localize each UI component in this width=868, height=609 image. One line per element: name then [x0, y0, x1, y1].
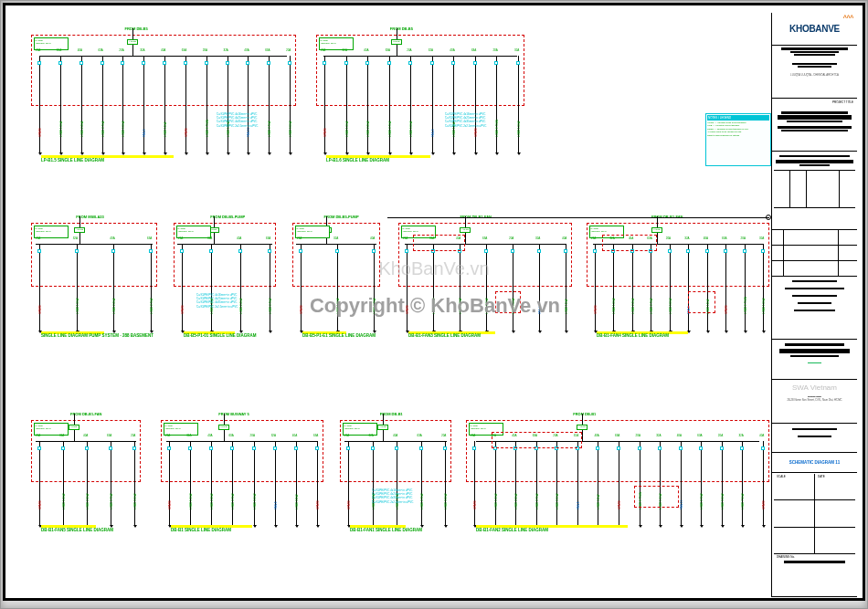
- feeder-label: LOAD 2.2kW: [373, 299, 376, 315]
- feeder-label: LOAD 2.2kW: [80, 121, 84, 137]
- panel-db-b5-p1-01: FROM DB-B5-PUMPMCCBRATED400/230V 50Hz20A…: [174, 223, 276, 287]
- feeder-label: LOAD 2.2kW: [631, 299, 635, 315]
- feeder-label: SPARE: [474, 128, 478, 137]
- source-label: FROM DB-B5: [125, 26, 148, 31]
- cable-notes: Cu/XLPE/PVC 4x16mm² in uPVCCu/XLPE/PVC 4…: [445, 112, 527, 128]
- panel-db-b5-p1-e1: FROM DB-B5-PUMPMCCBRATED400/230V 50Hz20A…: [292, 223, 380, 287]
- swa-logo-text: SWA Vietnam: [774, 381, 855, 394]
- feeder-label: LOAD 1.5kW: [76, 299, 79, 315]
- feeder-label: LOAD 11kW: [565, 299, 568, 315]
- feeder-label: LOAD 5.5kW: [409, 121, 413, 137]
- panel-lp-b1-5: FROM DB-B5MCCBRATED400/230V 50Hz20ASPARE…: [31, 35, 296, 106]
- feeder-label: SPARE: [168, 500, 172, 509]
- feeder-label: LOAD 5.5kW: [122, 121, 125, 137]
- drawing-sheet: NOTES / LEGEND MCCB — Moulded Case Circu…: [3, 3, 865, 601]
- title-block: KHOBANVE ^^^ LUUQTA LUUQTA - CHENOAL ARC…: [771, 13, 857, 597]
- feeder-label: SPARE: [38, 500, 42, 509]
- feeder-label: FAN-11: [247, 128, 250, 137]
- panel-db-b1: FROM BUSWAY 5MCCBRATED400/230V 50Hz20ASP…: [161, 420, 323, 482]
- panel-pump-288: FROM MSB-A23MCCBRATED400/230V 50Hz20ASPA…: [31, 223, 157, 287]
- feeder-label: SPARE: [300, 305, 303, 314]
- feeder-label: LOAD 2.2kW: [514, 493, 518, 509]
- feeder-label: LOAD 3.7kW: [150, 299, 153, 315]
- feeder-label: LOAD 5.5kW: [721, 493, 725, 509]
- feeder-label: LOAD 2.2kW: [366, 121, 370, 137]
- cad-viewer[interactable]: NOTES / LEGEND MCCB — Moulded Case Circu…: [0, 0, 868, 609]
- panel-db-b1-fan2: FROM DB-B1MCCBRATED400/230V 50Hz20ASPARE…: [466, 420, 769, 482]
- feeder-label: LOAD 3.7kW: [110, 493, 113, 509]
- feeder-label: SPARE: [473, 500, 477, 509]
- feeder-label: LOAD 1.5kW: [189, 493, 193, 509]
- feeder-label: LOAD 2.2kW: [459, 299, 462, 315]
- feeder-label: SPARE: [347, 500, 351, 509]
- feeder-label: LOAD 5.5kW: [253, 493, 257, 509]
- source-label: FROM DB-B5-PUMP: [210, 215, 245, 219]
- feeder-label: SPARE: [185, 128, 188, 137]
- feeder-label: FAN-6: [538, 307, 542, 315]
- feeder-label: LOAD 3.7kW: [700, 493, 704, 509]
- feeder-label: LOAD 1.5kW: [762, 299, 766, 315]
- feeder-label: LOAD 3.7kW: [650, 299, 653, 315]
- feeder-label: SPARE: [594, 305, 598, 314]
- feeder-label: LOAD 3.7kW: [231, 493, 235, 509]
- feeder-label: SPARE: [725, 305, 728, 314]
- sheet-title: SCHEMATIC DIAGRAM 11: [788, 458, 842, 467]
- feeder-label: SPARE: [181, 305, 185, 314]
- feeder-label: FAN-11: [680, 499, 683, 509]
- panel-db-b1-fan5: FROM DB-B1-FANMCCBRATED400/230V 50Hz20AS…: [31, 420, 141, 482]
- feeder-label: LOAD 1.5kW: [336, 299, 340, 315]
- feeder-label: SPARE: [406, 305, 409, 314]
- cable-notes: Cu/XLPE/PVC 4x16mm² in uPVCCu/XLPE/PVC 4…: [196, 293, 279, 309]
- panel-lp-b1-6: FROM DB-B5MCCBRATED400/230V 50Hz20ASPARE…: [316, 35, 524, 106]
- logo-roof-accent: ^^^: [843, 15, 853, 21]
- feeder-label: LOAD 5.5kW: [133, 493, 137, 509]
- signer-text: LUUQTA LUUQTA - CHENOAL ARCHTCA: [774, 73, 855, 77]
- logo: KHOBANVE ^^^: [772, 13, 857, 46]
- panel-db-b1-fan3: FROM DB-B1-FANMCCBRATED400/230V 50Hz20AS…: [398, 223, 572, 287]
- feeder-label: SPARE: [762, 500, 766, 509]
- feeder-label: LOAD 3.7kW: [485, 299, 489, 315]
- feeder-label: LOAD 1.5kW: [494, 493, 498, 509]
- feeder-label: LOAD 0.75kW: [744, 297, 747, 314]
- feeder-label: LOAD 11kW: [295, 494, 299, 509]
- feeder-label: LOAD 3.7kW: [535, 493, 539, 509]
- feeder-label: LOAD 2.2kW: [210, 493, 214, 509]
- feeder-label: SPARE: [618, 500, 621, 509]
- feeder-label: LOAD 3.7kW: [388, 121, 392, 137]
- feeder-label: LOAD 1.5kW: [62, 493, 66, 509]
- feeder-label: SPARE: [323, 128, 327, 137]
- feeder-label: FAN-6: [577, 501, 580, 509]
- source-label: FROM DB-B5-PUMP: [324, 215, 359, 219]
- feeder-label: SPARE: [316, 500, 320, 509]
- feeder-label: LOAD 1.5kW: [612, 299, 616, 315]
- feeder-label: LOAD 2.2kW: [86, 493, 90, 509]
- feeder-label: FAN-6: [431, 129, 435, 137]
- cable-notes: Cu/XLPE/PVC 4x16mm² in uPVCCu/XLPE/PVC 4…: [372, 488, 454, 504]
- legend-box: NOTES / LEGEND MCCB — Moulded Case Circu…: [705, 113, 771, 166]
- swa-address: 28-28 Nome Son Street, D.W., Nam Dist, H…: [774, 398, 855, 402]
- drawing-no-label: DRAWING No.: [777, 555, 795, 559]
- feeder-label: LOAD 0.75kW: [206, 120, 209, 137]
- project-title-label: PROJECT TITLE: [776, 100, 853, 104]
- source-label: FROM DB-B1: [573, 412, 596, 416]
- feeder-label: LOAD 7.5kW: [741, 493, 745, 509]
- feeder-label: SPARE: [38, 305, 42, 314]
- drawing-area: NOTES / LEGEND MCCB — Moulded Case Circu…: [24, 18, 771, 593]
- feeder-label: LOAD 2.2kW: [112, 299, 116, 315]
- feeder-label: FAN-6: [143, 129, 146, 137]
- feeder-label: LOAD 11kW: [164, 121, 167, 137]
- feeder-label: LOAD 5.5kW: [556, 493, 559, 509]
- feeder-label: LOAD 11kW: [597, 494, 600, 509]
- feeder-label: LOAD 1.5kW: [432, 299, 436, 315]
- panel-db-b1-fan4: FROM DB-B1-FANMCCBRATED400/230V 50Hz20AS…: [587, 223, 769, 287]
- cable-notes: Cu/XLPE/PVC 4x16mm² in uPVCCu/XLPE/PVC 4…: [217, 112, 299, 128]
- feeder-label: LOAD 5.5kW: [669, 299, 672, 315]
- logo-text: KHOBANVE: [789, 24, 840, 34]
- feeder-label: SPARE: [38, 128, 42, 137]
- panel-db-b1-fan1: FROM DB-B1MCCBRATED400/230V 50Hz20ASPARE…: [340, 420, 451, 482]
- legend-header: NOTES / LEGEND: [707, 115, 769, 121]
- feeder-label: LOAD 1.5kW: [59, 121, 63, 137]
- feeder-label: LOAD 3.7kW: [101, 121, 105, 137]
- source-label: FROM DB-B5: [390, 26, 413, 31]
- feeder-label: FAN-6: [274, 501, 278, 509]
